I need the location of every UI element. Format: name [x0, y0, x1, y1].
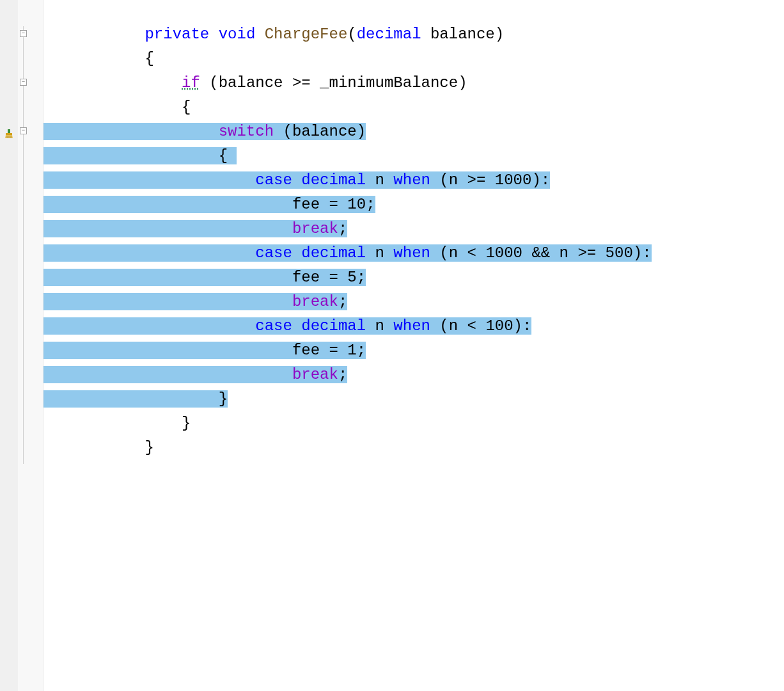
code-line[interactable]: case decimal n when (n >= 1000):	[43, 168, 784, 193]
code-line[interactable]: case decimal n when (n < 100):	[43, 314, 784, 338]
code-editor[interactable]: private void ChargeFee(decimal balance) …	[43, 0, 784, 691]
code-line[interactable]: switch (balance)	[43, 120, 784, 144]
code-line[interactable]: break;	[43, 290, 784, 314]
outline-collapse-box[interactable]: −	[20, 79, 27, 86]
code-line[interactable]: {	[43, 144, 784, 168]
code-line[interactable]: {	[43, 95, 784, 120]
code-line[interactable]: private void ChargeFee(decimal balance)	[43, 22, 784, 47]
svg-line-2	[6, 136, 7, 138]
code-line[interactable]: break;	[43, 217, 784, 241]
outline-collapse-box[interactable]: −	[20, 30, 27, 37]
code-line[interactable]: fee = 10;	[43, 193, 784, 217]
code-line[interactable]: case decimal n when (n < 1000 && n >= 50…	[43, 241, 784, 266]
code-line[interactable]: {	[43, 47, 784, 71]
outline-column: −−−	[18, 0, 43, 691]
code-line[interactable]: if (balance >= _minimumBalance)	[43, 71, 784, 95]
code-line[interactable]: }	[43, 387, 784, 411]
outline-collapse-box[interactable]: −	[20, 127, 27, 134]
code-line[interactable]: fee = 1;	[43, 338, 784, 363]
code-line[interactable]: }	[43, 411, 784, 436]
svg-line-6	[12, 136, 12, 138]
svg-rect-1	[6, 133, 12, 135]
code-line[interactable]: break;	[43, 363, 784, 387]
code-line[interactable]: fee = 5;	[43, 266, 784, 290]
editor-margin	[0, 0, 18, 691]
svg-rect-0	[8, 129, 10, 133]
code-line[interactable]: }	[43, 436, 784, 460]
broom-icon[interactable]	[4, 126, 14, 136]
